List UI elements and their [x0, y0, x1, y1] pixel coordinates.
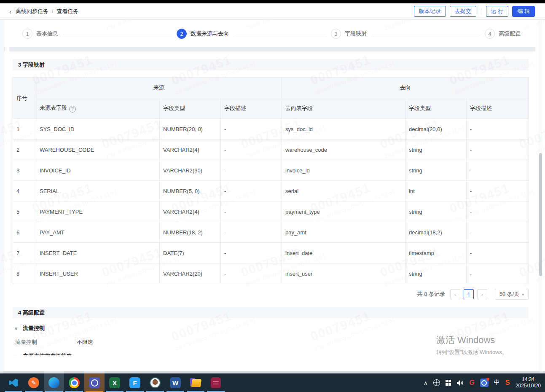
- cell-dst_desc: -: [467, 222, 529, 243]
- taskbar-app-word[interactable]: W: [165, 373, 185, 392]
- cell-no: 2: [13, 140, 36, 160]
- taskbar-app-excel[interactable]: X: [105, 373, 125, 392]
- step-advanced-config[interactable]: 4 高级配置: [485, 29, 521, 39]
- col-header-source-desc: 字段描述: [221, 98, 282, 119]
- table-row: 1SYS_DOC_IDNUMBER(20, 0)-sys_doc_iddecim…: [13, 119, 529, 140]
- vscode-icon: [8, 377, 19, 388]
- table-row: 4SERIALNUMBER(5, 0)-serialint-: [13, 181, 529, 201]
- step-label: 字段映射: [345, 30, 367, 38]
- page-size-select[interactable]: 50 条/页 ▾: [495, 289, 529, 300]
- cell-dst_type: string: [405, 201, 467, 222]
- taskbar-app-folder[interactable]: [185, 373, 206, 392]
- breadcrumb-parent[interactable]: 离线同步任务: [16, 8, 48, 15]
- taskbar-app-chrome[interactable]: [64, 373, 84, 392]
- sogou-tray-icon[interactable]: S: [505, 379, 510, 387]
- col-header-source-field: 来源表字段?: [36, 98, 160, 119]
- system-tray: ∧ G 中 S 14:34 2025/10/20: [424, 373, 545, 392]
- network-status-icon[interactable]: [433, 379, 440, 386]
- collapse-source-schema-change-policy[interactable]: ∨ 来源表结构变更策略: [14, 352, 72, 355]
- next-page-button[interactable]: ›: [477, 289, 487, 299]
- cell-src_field: SERIAL: [36, 181, 160, 201]
- section-title-advanced-config: 4 高级配置: [13, 307, 529, 318]
- version-history-button[interactable]: 版本记录: [414, 6, 446, 17]
- word-icon: W: [170, 377, 181, 388]
- taskbar-app-vscode[interactable]: [3, 373, 24, 392]
- chevron-down-icon: ▾: [522, 292, 524, 297]
- submit-button[interactable]: 去提交: [450, 6, 476, 17]
- cell-dst_type: string: [405, 160, 467, 181]
- task-view-icon[interactable]: [446, 380, 451, 386]
- step-connector: [63, 34, 172, 34]
- clock-time: 14:34: [515, 376, 541, 383]
- table-body: 1SYS_DOC_IDNUMBER(20, 0)-sys_doc_iddecim…: [13, 119, 529, 284]
- collapse-flow-control[interactable]: ∨ 流量控制: [14, 325, 45, 332]
- cell-dst_desc: -: [467, 243, 529, 263]
- step-field-mapping[interactable]: 3 字段映射: [331, 29, 367, 39]
- edit-button[interactable]: 编 辑: [512, 6, 535, 17]
- cell-dst_desc: -: [467, 119, 529, 140]
- tray-expand-icon[interactable]: ∧: [424, 380, 428, 386]
- edge-icon: [48, 377, 59, 388]
- cell-src_type: VARCHAR2(30): [160, 160, 221, 181]
- cell-no: 4: [13, 181, 36, 201]
- cell-src_desc: -: [221, 160, 282, 181]
- col-header-target-field: 去向表字段: [282, 98, 405, 119]
- scrollbar-thumb[interactable]: [539, 153, 542, 276]
- volume-icon[interactable]: [456, 380, 464, 386]
- clock[interactable]: 14:34 2025/10/20: [515, 376, 541, 389]
- cell-dst_field: warehouse_code: [282, 140, 405, 160]
- chrome-icon: [69, 377, 80, 388]
- g-tray-icon[interactable]: G: [469, 379, 474, 387]
- taskbar-app-pen[interactable]: ✎: [24, 373, 44, 392]
- field-label: 流量控制: [15, 338, 77, 346]
- cell-src_type: VARCHAR2(20): [160, 263, 221, 284]
- table-row: 6PAY_AMTNUMBER(18, 2)-pay_amtdecimal(18,…: [13, 222, 529, 243]
- taskbar-app-blue-f[interactable]: F: [125, 373, 145, 392]
- cell-no: 1: [13, 119, 36, 140]
- taskbar-app-database[interactable]: [206, 373, 226, 392]
- content-card: 3 字段映射 序号 来源 去向: [4, 51, 538, 371]
- dbeaver-icon: [150, 377, 161, 388]
- step-connector: [234, 34, 327, 34]
- help-icon[interactable]: ?: [69, 106, 76, 113]
- cell-dst_desc: -: [467, 160, 529, 181]
- taskbar-app-dbeaver[interactable]: [145, 373, 165, 392]
- cell-dst_desc: -: [467, 263, 529, 284]
- cell-dst_type: int: [405, 181, 467, 201]
- cell-src_desc: -: [221, 181, 282, 201]
- step-source-target[interactable]: 2 数据来源与去向: [177, 29, 229, 39]
- header-actions: 版本记录 去提交 运 行 编 辑: [414, 6, 535, 17]
- breadcrumb-separator: /: [52, 8, 53, 14]
- cell-src_type: NUMBER(5, 0): [160, 181, 221, 201]
- cell-src_type: NUMBER(18, 2): [160, 222, 221, 243]
- ime-indicator[interactable]: 中: [494, 379, 500, 387]
- clock-date: 2025/10/20: [515, 383, 541, 389]
- taskbar-app-chat[interactable]: [84, 373, 105, 392]
- scrollbar-track[interactable]: [538, 20, 542, 371]
- run-button[interactable]: 运 行: [486, 6, 509, 17]
- col-header-index: 序号: [13, 78, 36, 119]
- group-header-target: 去向: [282, 78, 529, 98]
- cell-dst_field: invoice_id: [282, 160, 405, 181]
- record-count: 共 8 条记录: [417, 290, 445, 298]
- prev-page-button[interactable]: ‹: [450, 289, 460, 299]
- col-header-target-desc: 字段描述: [467, 98, 529, 119]
- notification-tray-icon[interactable]: [480, 379, 489, 387]
- page-number-button[interactable]: 1: [464, 289, 474, 299]
- back-icon[interactable]: ‹: [9, 8, 11, 15]
- cell-src_field: INSERT_DATE: [36, 243, 160, 263]
- taskbar-app-edge[interactable]: [44, 373, 64, 392]
- taskbar: ✎ X F: [0, 373, 545, 392]
- flow-control-field: 流量控制 不限速: [15, 338, 93, 346]
- cell-dst_type: timestamp: [405, 243, 467, 263]
- step-basic-info[interactable]: 1 基本信息: [22, 29, 58, 39]
- step-number: 2: [177, 29, 187, 39]
- step-label: 数据来源与去向: [191, 30, 229, 38]
- col-header-target-type: 字段类型: [405, 98, 467, 119]
- group-header-source: 来源: [36, 78, 282, 98]
- field-mapping-table: 序号 来源 去向 来源表字段? 字段类型 字段描述 去向表字段 字段类型: [13, 77, 529, 284]
- col-header-label: 来源表字段: [40, 105, 67, 111]
- stepper: 1 基本信息 2 数据来源与去向 3 字段映射 4 高级配置: [4, 20, 538, 47]
- table-row: 8INSERT_USERVARCHAR2(20)-insert_userstri…: [13, 263, 529, 284]
- notification-badge: [486, 378, 489, 381]
